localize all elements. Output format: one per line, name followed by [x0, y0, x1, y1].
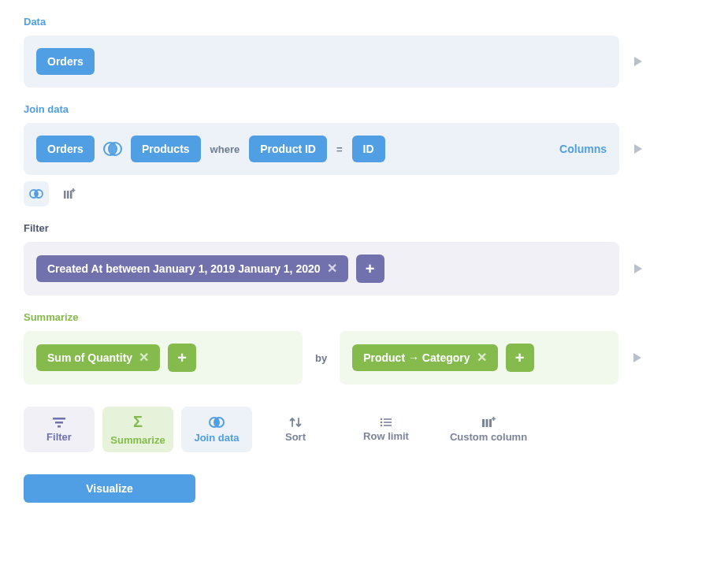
filter-action-label: Filter — [46, 431, 72, 443]
filter-action-button[interactable]: Filter — [24, 407, 95, 452]
join-panel: Orders Products where Product ID = ID Co… — [24, 123, 619, 175]
filter-panel: Created At between January 1, 2019 Janua… — [24, 242, 619, 295]
filter-section: Filter Created At between January 1, 201… — [24, 222, 704, 295]
action-buttons-row: Filter Σ Summarize Join data Sort Row li… — [24, 407, 704, 452]
close-icon[interactable]: ✕ — [477, 351, 487, 364]
sigma-icon: Σ — [133, 413, 143, 431]
play-icon[interactable] — [632, 262, 644, 275]
svg-point-16 — [381, 424, 383, 426]
svg-rect-9 — [58, 425, 61, 428]
join-left-col-pill[interactable]: Product ID — [249, 136, 327, 162]
list-icon — [380, 418, 392, 427]
filter-step-row: Created At between January 1, 2019 Janua… — [24, 242, 704, 295]
breakout-chip[interactable]: Product → Category ✕ — [352, 344, 497, 371]
visualize-button[interactable]: Visualize — [24, 474, 195, 503]
row-limit-action-label: Row limit — [363, 430, 409, 442]
aggregate-panel: Sum of Quantity ✕ + — [24, 331, 303, 385]
join-right-label: Products — [142, 143, 190, 155]
svg-rect-5 — [67, 191, 69, 199]
visualize-label: Visualize — [86, 482, 133, 495]
add-filter-button[interactable]: + — [356, 254, 384, 283]
join-step-row: Orders Products where Product ID = ID Co… — [24, 123, 704, 175]
svg-rect-7 — [53, 418, 65, 420]
join-right-col: ID — [363, 143, 374, 155]
filter-chip[interactable]: Created At between January 1, 2019 Janua… — [36, 255, 348, 282]
aggregate-chip[interactable]: Sum of Quantity ✕ — [36, 344, 160, 371]
add-aggregate-button[interactable]: + — [168, 344, 196, 372]
sort-action-button[interactable]: Sort — [260, 407, 331, 452]
svg-point-12 — [381, 418, 383, 420]
join-section: Join data Orders Products where Product … — [24, 103, 704, 206]
summarize-section: Summarize Sum of Quantity ✕ + by Product… — [24, 311, 704, 385]
filter-chip-text: Created At between January 1, 2019 Janua… — [47, 262, 321, 275]
plus-icon: + — [515, 349, 525, 367]
custom-column-action-label: Custom column — [450, 431, 527, 443]
svg-rect-4 — [64, 191, 66, 199]
svg-rect-19 — [486, 419, 488, 427]
summarize-label: Summarize — [24, 311, 704, 323]
venn-icon[interactable] — [102, 139, 123, 159]
breakout-text: Product → Category — [363, 351, 470, 364]
sort-action-label: Sort — [285, 431, 306, 443]
breakout-panel: Product → Category ✕ + — [340, 331, 618, 385]
join-action-button[interactable]: Join data — [181, 407, 252, 452]
venn-icon — [208, 416, 225, 429]
svg-rect-18 — [482, 419, 485, 427]
custom-column-icon — [481, 417, 496, 428]
add-breakout-button[interactable]: + — [506, 344, 534, 372]
svg-rect-15 — [384, 422, 392, 423]
svg-rect-20 — [489, 419, 492, 427]
data-table-pill[interactable]: Orders — [36, 48, 95, 75]
join-right-pill[interactable]: Products — [131, 136, 201, 162]
data-label: Data — [24, 16, 704, 28]
filter-label: Filter — [24, 222, 704, 234]
play-icon[interactable] — [631, 351, 644, 364]
join-left-col: Product ID — [260, 143, 316, 155]
custom-column-action-button[interactable]: Custom column — [441, 407, 536, 452]
columns-link[interactable]: Columns — [559, 143, 607, 155]
data-table-name: Orders — [47, 55, 84, 68]
plus-icon: + — [177, 349, 187, 367]
custom-column-mini-button[interactable] — [57, 181, 82, 206]
data-panel: Orders — [24, 35, 619, 87]
summarize-action-button[interactable]: Σ Summarize — [102, 407, 173, 452]
svg-rect-8 — [55, 422, 63, 424]
data-section: Data Orders — [24, 16, 704, 87]
play-icon[interactable] — [632, 55, 644, 68]
svg-rect-13 — [384, 418, 392, 420]
join-under-buttons — [24, 181, 704, 206]
join-action-label: Join data — [194, 432, 239, 444]
filter-icon — [52, 417, 66, 428]
play-icon[interactable] — [632, 143, 644, 155]
svg-rect-17 — [384, 425, 392, 426]
eq-text: = — [336, 143, 343, 155]
plus-icon: + — [366, 260, 375, 278]
join-label: Join data — [24, 103, 704, 115]
svg-point-14 — [381, 421, 383, 423]
close-icon[interactable]: ✕ — [327, 262, 337, 275]
join-left-label: Orders — [47, 143, 84, 155]
join-right-col-pill[interactable]: ID — [352, 136, 385, 162]
data-step-row: Orders — [24, 35, 704, 87]
by-text: by — [315, 352, 327, 364]
summarize-action-label: Summarize — [110, 434, 165, 446]
join-left-pill[interactable]: Orders — [36, 136, 95, 162]
add-join-button[interactable] — [24, 181, 49, 206]
aggregate-text: Sum of Quantity — [47, 351, 132, 364]
svg-rect-6 — [70, 191, 72, 199]
close-icon[interactable]: ✕ — [139, 351, 149, 364]
row-limit-action-button[interactable]: Row limit — [339, 407, 433, 452]
sort-icon — [289, 417, 302, 428]
where-text: where — [210, 143, 240, 155]
summarize-row: Sum of Quantity ✕ + by Product → Categor… — [24, 331, 704, 385]
